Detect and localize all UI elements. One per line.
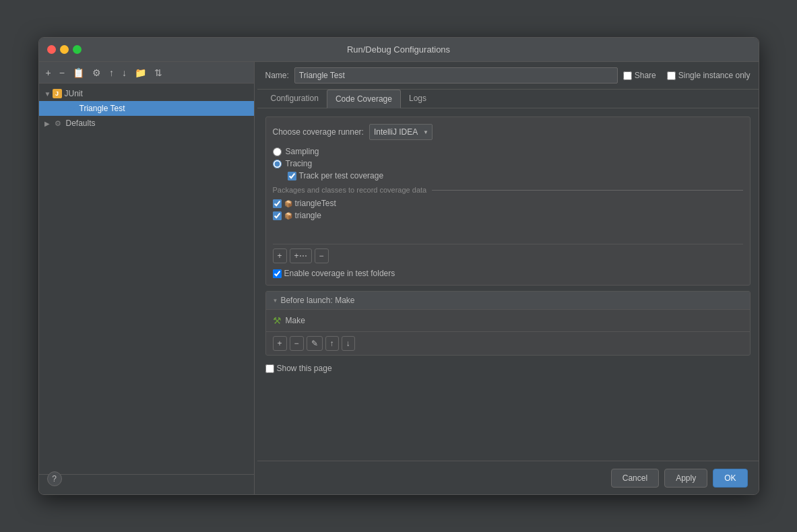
runner-select[interactable]: IntelliJ IDEA JaCoCo Emma <box>369 124 433 140</box>
defaults-icon: ⚙ <box>53 118 63 129</box>
add-package-button[interactable]: + <box>273 248 287 263</box>
triangle-test-label: Triangle Test <box>79 104 125 113</box>
sidebar-footer: ? <box>39 474 254 494</box>
package-triangle-label: triangle <box>295 211 321 220</box>
sampling-label: Sampling <box>286 147 319 156</box>
bottom-bar: Cancel Apply OK <box>257 461 759 494</box>
tree-arrow-defaults: ▶ <box>44 120 53 127</box>
coverage-radio-group: Sampling Tracing Track per test coverage <box>273 147 743 180</box>
before-launch-section: ▼ Before launch: Make ⚒ Make + − ✎ ↑ <box>265 291 751 356</box>
add-pattern-button[interactable]: +⋯ <box>290 248 312 263</box>
main-content: + − 📋 ⚙ ↑ ↓ 📁 ⇅ ▼ J JUnit <box>39 62 759 494</box>
packages-divider: Packages and classes to record coverage … <box>273 186 743 194</box>
show-page-row: Show this page <box>265 364 751 373</box>
package-icon-triangle: 📦 <box>284 212 292 220</box>
window-title: Run/Debug Configurations <box>347 44 450 55</box>
sidebar: + − 📋 ⚙ ↑ ↓ 📁 ⇅ ▼ J JUnit <box>39 62 255 494</box>
junit-label: JUnit <box>65 89 83 98</box>
single-instance-label: Single instance only <box>678 71 751 80</box>
help-button[interactable]: ? <box>47 471 62 486</box>
right-panel: Name: Share Single instance only Confi <box>257 62 759 494</box>
sampling-radio-label[interactable]: Sampling <box>273 147 743 156</box>
minimize-button[interactable] <box>60 45 69 54</box>
sampling-radio[interactable] <box>273 147 282 156</box>
tree-arrow-junit: ▼ <box>44 90 53 98</box>
remove-launch-button[interactable]: − <box>290 336 304 351</box>
runner-select-wrapper: IntelliJ IDEA JaCoCo Emma <box>369 124 433 140</box>
packages-toolbar: + +⋯ − <box>273 244 743 263</box>
launch-toolbar: + − ✎ ↑ ↓ <box>266 331 750 355</box>
before-launch-label: Before launch: Make <box>280 296 354 305</box>
share-checkbox-label[interactable]: Share <box>623 71 656 80</box>
settings-button[interactable]: ⚙ <box>90 67 104 79</box>
sidebar-item-defaults[interactable]: ▶ ⚙ Defaults <box>39 116 254 131</box>
junit-icon: J <box>53 89 62 98</box>
add-config-button[interactable]: + <box>43 67 54 79</box>
edit-launch-button[interactable]: ✎ <box>307 336 323 351</box>
package-triangletest-checkbox[interactable] <box>273 199 282 208</box>
tracing-radio-label[interactable]: Tracing <box>273 159 743 168</box>
sort-button[interactable]: ⇅ <box>152 67 165 79</box>
track-per-test-label[interactable]: Track per test coverage <box>288 171 743 180</box>
name-label: Name: <box>265 71 289 80</box>
remove-config-button[interactable]: − <box>57 67 67 79</box>
package-triangletest-label: triangleTest <box>295 199 336 208</box>
cancel-button[interactable]: Cancel <box>611 469 659 488</box>
coverage-section: Choose coverage runner: IntelliJ IDEA Ja… <box>265 117 751 286</box>
package-item-triangle: 📦 triangle <box>273 210 743 221</box>
close-button[interactable] <box>47 45 56 54</box>
tab-code-coverage[interactable]: Code Coverage <box>327 90 401 108</box>
name-bar: Name: Share Single instance only <box>257 62 759 90</box>
test-icon: ▶ <box>66 103 77 114</box>
share-checkbox[interactable] <box>623 71 632 80</box>
move-up-launch-button[interactable]: ↑ <box>325 336 339 351</box>
config-area: Choose coverage runner: IntelliJ IDEA Ja… <box>257 108 759 461</box>
sidebar-item-junit[interactable]: ▼ J JUnit <box>39 86 254 101</box>
title-bar: Run/Debug Configurations <box>39 38 759 62</box>
package-item-triangletest: 📦 triangleTest <box>273 198 743 209</box>
tab-logs[interactable]: Logs <box>401 90 435 108</box>
package-triangle-checkbox[interactable] <box>273 211 282 220</box>
single-instance-checkbox[interactable] <box>667 71 676 80</box>
launch-items: ⚒ Make <box>266 310 750 331</box>
name-input[interactable] <box>294 67 618 84</box>
move-down-launch-button[interactable]: ↓ <box>342 336 355 351</box>
add-launch-button[interactable]: + <box>273 336 287 351</box>
ok-button[interactable]: OK <box>713 469 747 488</box>
tracing-label: Tracing <box>286 159 313 168</box>
tab-configuration[interactable]: Configuration <box>263 90 327 108</box>
track-per-test-checkbox[interactable] <box>288 172 296 180</box>
folder-button[interactable]: 📁 <box>132 67 149 79</box>
maximize-button[interactable] <box>73 45 82 54</box>
tabs: Configuration Code Coverage Logs <box>257 90 759 108</box>
sidebar-toolbar: + − 📋 ⚙ ↑ ↓ 📁 ⇅ <box>39 62 254 84</box>
enable-coverage-row: Enable coverage in test folders <box>273 269 743 278</box>
show-page-checkbox[interactable] <box>265 364 274 373</box>
single-instance-checkbox-label[interactable]: Single instance only <box>667 71 751 80</box>
move-up-button[interactable]: ↑ <box>106 67 117 79</box>
make-icon: ⚒ <box>273 315 282 326</box>
before-launch-header[interactable]: ▼ Before launch: Make <box>266 292 750 310</box>
enable-coverage-label: Enable coverage in test folders <box>284 269 395 278</box>
run-debug-dialog: Run/Debug Configurations + − 📋 ⚙ ↑ ↓ 📁 ⇅… <box>38 37 759 495</box>
share-label: Share <box>635 71 656 80</box>
defaults-label: Defaults <box>66 119 96 128</box>
sidebar-item-triangle-test[interactable]: ▶ Triangle Test <box>39 101 254 116</box>
enable-coverage-checkbox[interactable] <box>273 269 282 278</box>
copy-config-button[interactable]: 📋 <box>70 67 87 79</box>
packages-list: 📦 triangleTest 📦 triangle <box>273 198 743 238</box>
package-icon-triangletest: 📦 <box>284 200 292 207</box>
sidebar-tree: ▼ J JUnit ▶ Triangle Test ▶ ⚙ Defaults <box>39 84 254 474</box>
apply-button[interactable]: Apply <box>664 469 707 488</box>
make-item: ⚒ Make <box>273 314 743 327</box>
tracing-radio[interactable] <box>273 160 282 168</box>
runner-row: Choose coverage runner: IntelliJ IDEA Ja… <box>273 124 743 140</box>
runner-label: Choose coverage runner: <box>273 127 364 137</box>
launch-arrow-icon: ▼ <box>273 298 278 304</box>
window-controls <box>47 45 82 54</box>
track-per-test-row: Track per test coverage <box>288 171 743 180</box>
remove-package-button[interactable]: − <box>315 248 329 263</box>
share-area: Share Single instance only <box>623 71 751 80</box>
move-down-button[interactable]: ↓ <box>119 67 129 79</box>
track-per-test-text: Track per test coverage <box>299 171 384 180</box>
